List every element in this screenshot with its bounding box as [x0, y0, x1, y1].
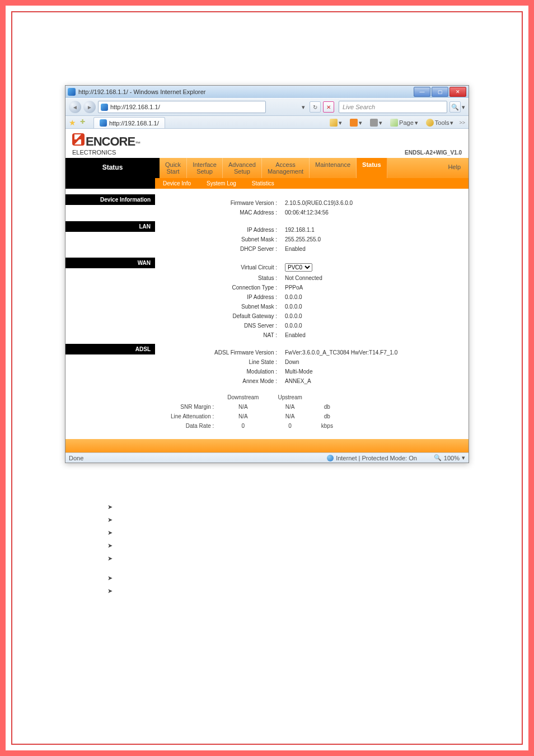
encore-mark-icon [72, 133, 85, 146]
list-item [107, 528, 499, 536]
mac-label: MAC Address : [162, 208, 280, 217]
dhcp-value: Enabled [282, 245, 324, 253]
col-upstream: Upstream [269, 393, 311, 402]
list-item [107, 502, 499, 511]
search-box[interactable]: Live Search [339, 101, 447, 113]
rss-icon [350, 119, 358, 127]
window-title: http://192.168.1.1/ - Windows Internet E… [78, 88, 205, 95]
snr-label: SNR Margin : [162, 403, 217, 411]
lan-mask-value: 255.255.255.0 [282, 235, 324, 244]
nav-advanced-setup[interactable]: AdvancedSetup [223, 158, 262, 178]
wan-status-label: Status : [162, 274, 280, 282]
gear-icon [426, 119, 434, 127]
zoom-value: 100% [444, 455, 460, 461]
main-nav: Status QuickStart InterfaceSetup Advance… [65, 158, 469, 178]
lan-ip-value: 192.168.1.1 [282, 226, 324, 234]
minimize-button[interactable]: — [414, 87, 430, 97]
conn-type-label: Connection Type : [162, 283, 280, 292]
page-menu[interactable]: Page ▾ [388, 118, 420, 128]
nav-interface-setup[interactable]: InterfaceSetup [187, 158, 223, 178]
mac-value: 00:06:4f:12:34:56 [282, 208, 356, 217]
zoom-dropdown-icon[interactable]: ▾ [462, 454, 465, 461]
subnav-statistics[interactable]: Statistics [244, 178, 282, 189]
home-icon [330, 119, 338, 127]
search-button[interactable]: 🔍 [449, 101, 461, 113]
list-item [107, 541, 499, 549]
section-lan: LAN [65, 221, 155, 232]
back-button[interactable]: ◄ [69, 101, 81, 113]
print-menu[interactable]: ▾ [368, 118, 385, 128]
nav-quick-start[interactable]: QuickStart [160, 158, 187, 178]
browser-tab[interactable]: http://192.168.1.1/ [93, 117, 165, 128]
stop-button[interactable]: ✕ [323, 101, 334, 113]
wan-status-value: Not Connected [282, 274, 326, 282]
wan-mask-value: 0.0.0.0 [282, 302, 326, 311]
search-dropdown-icon[interactable]: ▾ [462, 104, 465, 111]
ie-icon [101, 104, 108, 111]
rate-down: 0 [218, 422, 268, 430]
snr-unit: db [312, 403, 342, 411]
att-unit: db [312, 412, 342, 421]
gateway-value: 0.0.0.0 [282, 312, 326, 320]
brand-logo: ENCORE ™ [72, 133, 140, 149]
rate-label: Data Rate : [162, 422, 217, 430]
maximize-button[interactable]: ▢ [432, 87, 448, 97]
dns-value: 0.0.0.0 [282, 321, 326, 330]
lan-mask-label: Subnet Mask : [162, 235, 280, 244]
list-item [107, 573, 499, 582]
ie-icon [100, 119, 107, 127]
zoom-icon: 🔍 [434, 454, 442, 461]
ie-icon [68, 88, 76, 96]
modulation-value: Multi-Mode [282, 367, 401, 376]
status-bar: Done Internet | Protected Mode: On 🔍 100… [65, 452, 469, 463]
nav-toolbar: ◄ ► http://192.168.1.1/ ▾ ↻ ✕ Live Searc… [65, 98, 469, 116]
add-favorites-icon[interactable]: ✚ [80, 118, 89, 127]
dropdown-icon[interactable]: ▾ [302, 104, 305, 111]
nav-help[interactable]: Help [440, 158, 469, 178]
zoom-control[interactable]: 🔍 100% ▾ [434, 454, 465, 461]
rss-menu[interactable]: ▾ [348, 118, 364, 128]
close-button[interactable]: ✕ [449, 87, 466, 97]
subnav-device-info[interactable]: Device Info [155, 178, 199, 189]
att-down: N/A [218, 412, 268, 421]
chevrons-icon[interactable]: >> [459, 120, 465, 125]
wan-ip-label: IP Address : [162, 293, 280, 301]
home-menu[interactable]: ▾ [327, 118, 344, 128]
list-item [107, 554, 499, 562]
tools-menu[interactable]: Tools ▾ [424, 118, 456, 128]
tab-toolbar: ★ ✚ http://192.168.1.1/ ▾ ▾ ▾ Page ▾ Too… [65, 116, 469, 129]
adsl-fw-value: FwVer:3.6.0.0_A_TC3084 HwVer:T14.F7_1.0 [282, 348, 401, 357]
window-titlebar: http://192.168.1.1/ - Windows Internet E… [65, 86, 469, 98]
brand-name: ENCORE [86, 134, 135, 149]
status-text: Done [69, 455, 83, 461]
col-downstream: Downstream [218, 393, 268, 402]
subnav-system-log[interactable]: System Log [199, 178, 244, 189]
nav-section-title: Status [65, 158, 160, 178]
section-adsl: ADSL [65, 344, 155, 354]
virtual-circuit-select[interactable]: PVC0 [285, 263, 312, 272]
nav-maintenance[interactable]: Maintenance [310, 158, 357, 178]
print-icon [370, 119, 378, 127]
section-device-info: Device Information [65, 194, 155, 205]
bullet-list [85, 502, 499, 562]
forward-button[interactable]: ► [83, 101, 96, 113]
lan-ip-label: IP Address : [162, 226, 280, 234]
nat-value: Enabled [282, 331, 326, 339]
model-label: ENDSL-A2+WIG_V1.0 [405, 150, 462, 156]
nat-label: NAT : [162, 331, 280, 339]
conn-type-value: PPPoA [282, 283, 326, 292]
security-zone: Internet | Protected Mode: On [336, 455, 417, 461]
section-wan: WAN [65, 258, 155, 268]
line-state-label: Line State : [162, 358, 280, 366]
list-item [107, 515, 499, 524]
bullet-list [85, 573, 499, 595]
wan-ip-value: 0.0.0.0 [282, 293, 326, 301]
gateway-label: Default Gateway : [162, 312, 280, 320]
address-bar[interactable]: http://192.168.1.1/ [98, 101, 266, 113]
favorites-icon[interactable]: ★ [69, 118, 78, 127]
refresh-button[interactable]: ↻ [310, 101, 321, 113]
nav-access-management[interactable]: AccessManagement [262, 158, 310, 178]
browser-window: http://192.168.1.1/ - Windows Internet E… [65, 85, 469, 463]
vc-label: Virtual Circuit : [162, 262, 280, 273]
nav-status[interactable]: Status [357, 158, 387, 178]
